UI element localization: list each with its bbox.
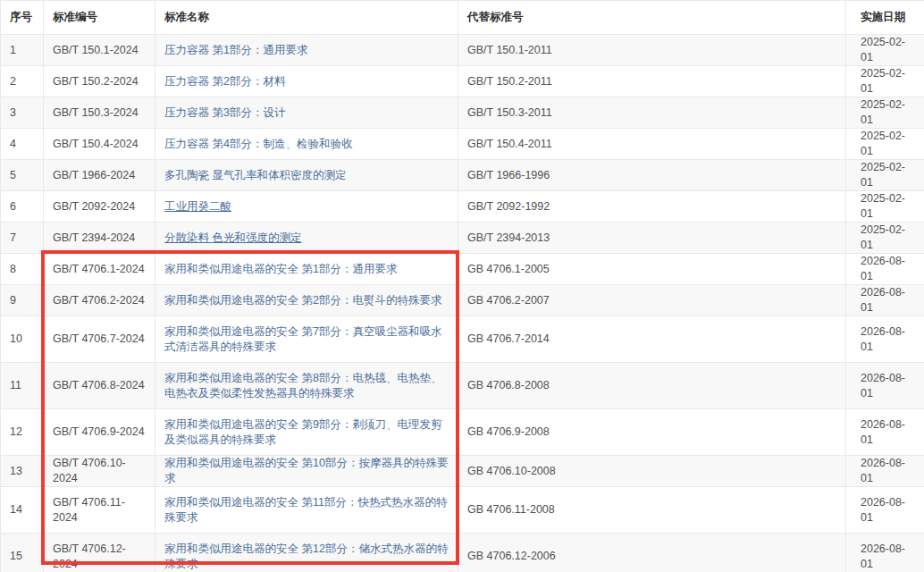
table-row: 13 GB/T 4706.10-2024 家用和类似用途电器的安全 第10部分：… bbox=[1, 456, 924, 487]
standard-name-link[interactable]: 工业用癸二酸 bbox=[164, 199, 231, 214]
cell-std-name: 家用和类似用途电器的安全 第2部分：电熨斗的特殊要求 bbox=[155, 285, 458, 315]
cell-index: 12 bbox=[1, 409, 44, 455]
cell-date: 2026-08-01 bbox=[846, 409, 924, 455]
table-row: 15 GB/T 4706.12-2024 家用和类似用途电器的安全 第12部分：… bbox=[1, 534, 924, 572]
cell-replaced: GB 4706.7-2014 bbox=[458, 316, 846, 362]
cell-std-no: GB/T 150.3-2024 bbox=[44, 97, 155, 128]
cell-date: 2026-08-01 bbox=[846, 254, 924, 284]
cell-std-no: GB/T 4706.2-2024 bbox=[44, 285, 155, 315]
table-row: 11 GB/T 4706.8-2024 家用和类似用途电器的安全 第8部分：电热… bbox=[1, 363, 924, 409]
table-row: 4 GB/T 150.4-2024 压力容器 第4部分：制造、检验和验收 GB/… bbox=[1, 129, 924, 160]
cell-replaced: GB 4706.9-2008 bbox=[458, 409, 846, 455]
cell-index: 6 bbox=[1, 191, 44, 222]
table-row: 10 GB/T 4706.7-2024 家用和类似用途电器的安全 第7部分：真空… bbox=[1, 316, 924, 363]
cell-index: 7 bbox=[1, 223, 44, 253]
table-row: 9 GB/T 4706.2-2024 家用和类似用途电器的安全 第2部分：电熨斗… bbox=[1, 285, 924, 316]
cell-index: 2 bbox=[1, 66, 44, 97]
cell-replaced: GB/T 150.4-2011 bbox=[458, 129, 846, 159]
standard-name-link[interactable]: 家用和类似用途电器的安全 第10部分：按摩器具的特殊要求 bbox=[164, 456, 449, 486]
standard-name-link[interactable]: 分散染料 色光和强度的测定 bbox=[164, 231, 301, 246]
cell-index: 13 bbox=[1, 456, 44, 486]
table-row: 3 GB/T 150.3-2024 压力容器 第3部分：设计 GB/T 150.… bbox=[1, 97, 924, 129]
col-header-replaced: 代替标准号 bbox=[458, 1, 846, 34]
standard-name-link[interactable]: 家用和类似用途电器的安全 第9部分：剃须刀、电理发剪及类似器具的特殊要求 bbox=[164, 417, 449, 448]
cell-std-no: GB/T 150.2-2024 bbox=[44, 66, 155, 97]
standard-name-link[interactable]: 家用和类似用途电器的安全 第11部分：快热式热水器的特殊要求 bbox=[164, 495, 449, 526]
table-row: 6 GB/T 2092-2024 工业用癸二酸 GB/T 2092-1992 2… bbox=[1, 191, 924, 223]
standard-name-link[interactable]: 家用和类似用途电器的安全 第7部分：真空吸尘器和吸水式清洁器具的特殊要求 bbox=[164, 324, 449, 355]
col-header-index: 序号 bbox=[1, 1, 44, 34]
standard-name-link[interactable]: 压力容器 第3部分：设计 bbox=[164, 105, 285, 121]
standard-name-link[interactable]: 多孔陶瓷 显气孔率和体积密度的测定 bbox=[164, 168, 346, 183]
cell-date: 2025-02-01 bbox=[846, 160, 924, 190]
cell-replaced: GB 4706.2-2007 bbox=[458, 285, 846, 315]
cell-std-name: 压力容器 第2部分：材料 bbox=[155, 66, 458, 97]
cell-std-no: GB/T 4706.7-2024 bbox=[44, 316, 155, 362]
cell-replaced: GB 4706.10-2008 bbox=[458, 456, 846, 486]
cell-replaced: GB/T 2394-2013 bbox=[458, 223, 846, 253]
table-row: 12 GB/T 4706.9-2024 家用和类似用途电器的安全 第9部分：剃须… bbox=[1, 409, 924, 456]
cell-std-no: GB/T 4706.9-2024 bbox=[44, 409, 155, 455]
cell-replaced: GB 4706.1-2005 bbox=[458, 254, 846, 284]
cell-date: 2026-08-01 bbox=[846, 487, 924, 533]
standard-name-link[interactable]: 压力容器 第2部分：材料 bbox=[164, 74, 285, 89]
standards-table-page: 序号 标准编号 标准名称 代替标准号 实施日期 1 GB/T 150.1-202… bbox=[0, 0, 924, 572]
standard-name-link[interactable]: 家用和类似用途电器的安全 第2部分：电熨斗的特殊要求 bbox=[164, 293, 441, 308]
cell-date: 2025-02-01 bbox=[846, 66, 924, 97]
cell-std-no: GB/T 4706.10-2024 bbox=[44, 456, 155, 486]
cell-std-no: GB/T 1966-2024 bbox=[44, 160, 155, 190]
cell-std-no: GB/T 2394-2024 bbox=[44, 223, 155, 253]
cell-date: 2026-08-01 bbox=[846, 363, 924, 408]
standard-name-link[interactable]: 家用和类似用途电器的安全 第12部分：储水式热水器的特殊要求 bbox=[164, 542, 449, 572]
cell-date: 2026-08-01 bbox=[846, 534, 924, 572]
cell-std-no: GB/T 4706.12-2024 bbox=[44, 534, 155, 572]
cell-index: 14 bbox=[1, 487, 44, 533]
table-header-row: 序号 标准编号 标准名称 代替标准号 实施日期 bbox=[1, 1, 924, 35]
cell-std-name: 多孔陶瓷 显气孔率和体积密度的测定 bbox=[155, 160, 458, 190]
table-row: 2 GB/T 150.2-2024 压力容器 第2部分：材料 GB/T 150.… bbox=[1, 66, 924, 97]
cell-index: 8 bbox=[1, 254, 44, 284]
cell-std-no: GB/T 150.1-2024 bbox=[44, 35, 155, 65]
cell-std-no: GB/T 4706.11-2024 bbox=[44, 487, 155, 533]
table-row: 7 GB/T 2394-2024 分散染料 色光和强度的测定 GB/T 2394… bbox=[1, 223, 924, 254]
cell-replaced: GB 4706.11-2008 bbox=[458, 487, 846, 533]
cell-date: 2026-08-01 bbox=[846, 316, 924, 362]
standard-name-link[interactable]: 压力容器 第4部分：制造、检验和验收 bbox=[164, 137, 352, 152]
cell-date: 2026-08-01 bbox=[846, 456, 924, 486]
cell-std-name: 家用和类似用途电器的安全 第7部分：真空吸尘器和吸水式清洁器具的特殊要求 bbox=[155, 316, 458, 362]
cell-date: 2025-02-01 bbox=[846, 191, 924, 222]
cell-std-name: 压力容器 第4部分：制造、检验和验收 bbox=[155, 129, 458, 159]
cell-index: 3 bbox=[1, 97, 44, 128]
cell-index: 11 bbox=[1, 363, 44, 408]
cell-replaced: GB/T 150.3-2011 bbox=[458, 97, 846, 128]
table-row: 8 GB/T 4706.1-2024 家用和类似用途电器的安全 第1部分：通用要… bbox=[1, 254, 924, 285]
table-row: 14 GB/T 4706.11-2024 家用和类似用途电器的安全 第11部分：… bbox=[1, 487, 924, 534]
standard-name-link[interactable]: 家用和类似用途电器的安全 第1部分：通用要求 bbox=[164, 262, 397, 277]
table-row: 1 GB/T 150.1-2024 压力容器 第1部分：通用要求 GB/T 15… bbox=[1, 35, 924, 66]
cell-std-name: 压力容器 第1部分：通用要求 bbox=[155, 35, 458, 65]
cell-std-name: 工业用癸二酸 bbox=[155, 191, 458, 222]
col-header-date: 实施日期 bbox=[846, 1, 924, 34]
cell-replaced: GB 4706.12-2006 bbox=[458, 534, 846, 572]
cell-std-name: 家用和类似用途电器的安全 第10部分：按摩器具的特殊要求 bbox=[155, 456, 458, 486]
cell-std-no: GB/T 2092-2024 bbox=[44, 191, 155, 222]
table-row: 5 GB/T 1966-2024 多孔陶瓷 显气孔率和体积密度的测定 GB/T … bbox=[1, 160, 924, 191]
standard-name-link[interactable]: 压力容器 第1部分：通用要求 bbox=[164, 43, 307, 58]
cell-index: 15 bbox=[1, 534, 44, 572]
cell-std-no: GB/T 4706.1-2024 bbox=[44, 254, 155, 284]
cell-date: 2025-02-01 bbox=[846, 97, 924, 128]
cell-std-no: GB/T 150.4-2024 bbox=[44, 129, 155, 159]
standard-name-link[interactable]: 家用和类似用途电器的安全 第8部分：电热毯、电热垫、电热衣及类似柔性发热器具的特… bbox=[164, 371, 449, 401]
cell-index: 4 bbox=[1, 129, 44, 159]
col-header-std-name: 标准名称 bbox=[155, 1, 458, 34]
cell-index: 5 bbox=[1, 160, 44, 190]
cell-replaced: GB/T 150.1-2011 bbox=[458, 35, 846, 65]
cell-std-name: 家用和类似用途电器的安全 第8部分：电热毯、电热垫、电热衣及类似柔性发热器具的特… bbox=[155, 363, 458, 408]
cell-replaced: GB 4706.8-2008 bbox=[458, 363, 846, 408]
cell-date: 2025-02-01 bbox=[846, 129, 924, 159]
cell-replaced: GB/T 150.2-2011 bbox=[458, 66, 846, 97]
cell-replaced: GB/T 2092-1992 bbox=[458, 191, 846, 222]
cell-std-name: 压力容器 第3部分：设计 bbox=[155, 97, 458, 128]
cell-index: 10 bbox=[1, 316, 44, 362]
cell-date: 2025-02-01 bbox=[846, 35, 924, 65]
